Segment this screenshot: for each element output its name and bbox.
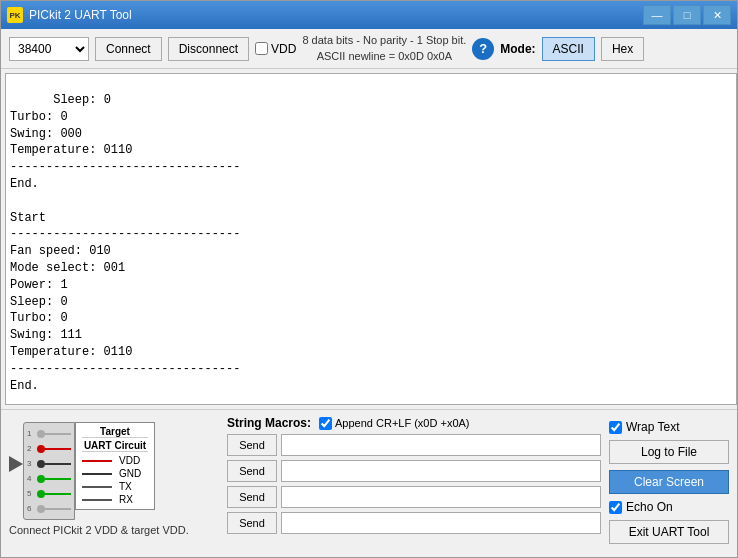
pin-3: 3 [27,457,71,470]
pin-1: 1 [27,427,71,440]
macros-header: String Macros: Append CR+LF (x0D +x0A) [227,416,601,430]
vdd-checkbox[interactable] [255,42,268,55]
maximize-button[interactable]: □ [673,5,701,25]
connector-diagram: 1 2 3 4 [9,416,155,520]
circuit-tx: TX [82,480,148,493]
wrap-text-checkbox[interactable] [609,421,622,434]
main-window: PK PICkit 2 UART Tool — □ ✕ 38400 9600 1… [0,0,738,558]
diagram-caption: Connect PICkit 2 VDD & target VDD. [9,524,189,536]
macro-row-3: Send [227,486,601,508]
connect-button[interactable]: Connect [95,37,162,61]
info-text: 8 data bits - No parity - 1 Stop bit. AS… [302,33,466,64]
target-circuit-subtitle: UART Circuit [82,440,148,452]
diagram-area: 1 2 3 4 [9,416,219,551]
macro-row-1: Send [227,434,601,456]
macro-input-2[interactable] [281,460,601,482]
echo-on-checkbox[interactable] [609,501,622,514]
macro-input-4[interactable] [281,512,601,534]
log-to-file-button[interactable]: Log to File [609,440,729,464]
clear-screen-button[interactable]: Clear Screen [609,470,729,494]
hex-mode-button[interactable]: Hex [601,37,644,61]
title-buttons: — □ ✕ [643,5,731,25]
window-title: PICkit 2 UART Tool [29,8,643,22]
pin-6: 6 [27,502,71,515]
macro-input-3[interactable] [281,486,601,508]
echo-on-label[interactable]: Echo On [609,500,729,514]
ascii-mode-button[interactable]: ASCII [542,37,595,61]
macro-input-1[interactable] [281,434,601,456]
vdd-checkbox-label[interactable]: VDD [255,42,296,56]
send-button-3[interactable]: Send [227,486,277,508]
macros-label: String Macros: [227,416,311,430]
bottom-panel: 1 2 3 4 [1,409,737,557]
macro-row-4: Send [227,512,601,534]
send-button-4[interactable]: Send [227,512,277,534]
target-circuit-box: Target UART Circuit VDD GND [75,422,155,510]
circuit-gnd: GND [82,467,148,480]
pin-2: 2 [27,442,71,455]
toolbar: 38400 9600 19200 57600 115200 Connect Di… [1,29,737,69]
terminal-text: Sleep: 0 Turbo: 0 Swing: 000 Temperature… [10,93,240,393]
circuit-vdd: VDD [82,454,148,467]
mode-label: Mode: [500,42,535,56]
send-button-2[interactable]: Send [227,460,277,482]
close-button[interactable]: ✕ [703,5,731,25]
help-icon[interactable]: ? [472,38,494,60]
send-button-1[interactable]: Send [227,434,277,456]
minimize-button[interactable]: — [643,5,671,25]
target-circuit-title: Target [82,426,148,438]
baud-rate-select[interactable]: 38400 9600 19200 57600 115200 [9,37,89,61]
append-crlf-label[interactable]: Append CR+LF (x0D +x0A) [319,417,470,430]
main-content: Sleep: 0 Turbo: 0 Swing: 000 Temperature… [1,69,737,409]
wrap-text-label[interactable]: Wrap Text [609,420,729,434]
exit-uart-tool-button[interactable]: Exit UART Tool [609,520,729,544]
play-arrow-icon [9,456,23,472]
pin-4: 4 [27,472,71,485]
right-panel: Wrap Text Log to File Clear Screen Echo … [609,416,729,551]
title-bar: PK PICkit 2 UART Tool — □ ✕ [1,1,737,29]
macros-panel: String Macros: Append CR+LF (x0D +x0A) S… [227,416,601,551]
terminal-area[interactable]: Sleep: 0 Turbo: 0 Swing: 000 Temperature… [5,73,737,405]
circuit-rx: RX [82,493,148,506]
append-crlf-checkbox[interactable] [319,417,332,430]
macro-row-2: Send [227,460,601,482]
disconnect-button[interactable]: Disconnect [168,37,249,61]
app-icon: PK [7,7,23,23]
pin-5: 5 [27,487,71,500]
